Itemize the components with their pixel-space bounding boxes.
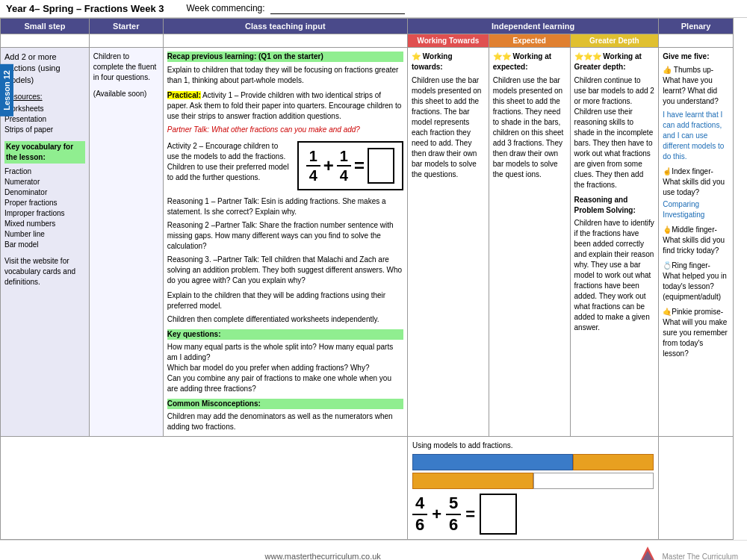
bar-empty-3 [533, 473, 654, 489]
plenary-ring: 💍Ring finger- What helped you in today's… [663, 261, 729, 302]
bottom-plenary-blank [659, 437, 734, 540]
gd-reasoning-label: Reasoning and Problem Solving: [574, 195, 655, 216]
bar-equation: 4 6 + 5 6 = [412, 494, 654, 535]
misconceptions-label: Common Misconceptions: [167, 399, 403, 409]
bar-frac-5-6: 5 6 [446, 494, 461, 535]
key-questions-label: Key questions: [167, 329, 403, 340]
reasoning3: Reasoning 3. –Partner Talk: Tell childre… [167, 255, 403, 286]
activity2-row: Activity 2 – Encourage children to use t… [167, 141, 403, 190]
reasoning2: Reasoning 2 –Partner Talk: Share the fra… [167, 220, 403, 252]
visit-text: Visit the website for vocabulary cards a… [4, 256, 85, 287]
small-step-header: Small step [1, 19, 90, 34]
gd-star-label: ⭐⭐⭐ Working at Greater depth: [574, 52, 655, 72]
gd-text: Children continue to use bar models to a… [574, 75, 655, 190]
logo-icon [636, 545, 659, 560]
page: Year 4– Spring – Fractions Week 3 Week c… [0, 0, 747, 560]
plenary-pinkie: 🤙Pinkie promise- What will you make sure… [663, 307, 729, 359]
plenary-investigating: Investigating [663, 210, 729, 220]
gd-stars: ⭐⭐⭐ [574, 52, 601, 60]
thumb-emoji: 👍 [663, 66, 672, 74]
week-underline [270, 3, 405, 14]
plenary-thumb: 👍 Thumbs up- What have you learnt? What … [663, 65, 729, 107]
misconceptions-text: Children may add the denominators as wel… [167, 411, 403, 432]
working-towards-cell: ⭐ Working towards: Children use the bar … [407, 48, 489, 437]
independent-header: Independent learning [407, 19, 658, 34]
partner-talk1: Partner Talk: What other fractions can y… [167, 125, 403, 135]
main-table: Small step Starter Class teaching input … [0, 18, 734, 540]
small-step-subheader-blank [1, 34, 90, 48]
fraction-equation: 1 4 + 1 4 = [306, 147, 394, 184]
using-models-label: Using models to add fractions. [412, 441, 654, 449]
fraction-answer-box [368, 148, 394, 184]
resource-worksheets: Worksheets [4, 104, 85, 114]
class-teaching-subheader-blank [163, 34, 407, 48]
activity2-text: Activity 2 – Encourage children to use t… [167, 141, 291, 183]
plenary-index: ☝️Index finger- What skills did you use … [663, 167, 729, 198]
starter-main: Children to complete the fluent in four … [93, 52, 159, 83]
class-teaching-cell: Recap previous learning: (Q1 on the star… [163, 48, 407, 437]
para1: Explain to children that today they will… [167, 65, 403, 86]
lesson-sidebar: Lesson 12 [0, 64, 13, 116]
working-towards-subheader: Working Towards [407, 34, 489, 48]
starter-cell: Children to complete the fluent in four … [89, 48, 163, 437]
fraction-1-4-b: 1 4 [337, 147, 351, 184]
bar-orange-3 [412, 473, 533, 489]
vocab-improper: Improper fractions [4, 208, 85, 219]
bottom-left-blank [1, 437, 408, 540]
plenary-subheader-blank [659, 34, 734, 48]
vocab-bar-model: Bar model [4, 240, 85, 250]
bar-orange-2 [573, 454, 654, 470]
exp-stars: ⭐⭐ [493, 52, 511, 60]
footer: www.masterthecurriculum.co.uk Master The… [0, 540, 747, 560]
week-commencing-label: Week commencing: [186, 3, 405, 14]
key-vocab-label: Key vocabulary for the lesson: [4, 141, 85, 164]
fraction-1-4: 1 4 [306, 147, 320, 184]
plenary-learnt: I have learnt that I can add fractions, … [663, 110, 729, 162]
wt-star-label: ⭐ Working towards: [412, 52, 485, 72]
starter-available: (Available soon) [93, 89, 159, 99]
vocab-mixed: Mixed numbers [4, 219, 85, 229]
bar-row-top [412, 454, 654, 470]
sub-headers-row: Working Towards Expected Greater Depth [1, 34, 734, 48]
greater-depth-subheader: Greater Depth [570, 34, 659, 48]
practical-line: Practical: Activity 1 – Provide children… [167, 90, 403, 122]
practical-label: Practical: [167, 91, 201, 99]
plenary-intro: Give me five: [663, 52, 729, 62]
wt-star: ⭐ [412, 52, 421, 60]
expected-subheader: Expected [489, 34, 570, 48]
reasoning1: Reasoning 1 – Partner Talk: Esin is addi… [167, 196, 403, 217]
vocab-number-line: Number line [4, 229, 85, 240]
bar-row-bottom [412, 473, 654, 489]
recap-label: Recap previous learning: (Q1 on the star… [167, 52, 403, 62]
vocab-numerator: Numerator [4, 177, 85, 187]
bar-answer-box [480, 494, 517, 535]
resources-label: Resources: [4, 92, 85, 102]
thumb-text: Thumbs up- What have you learnt? What di… [663, 66, 719, 105]
resource-strips: Strips of paper [4, 125, 85, 135]
greater-depth-cell: ⭐⭐⭐ Working at Greater depth: Children c… [570, 48, 659, 437]
plenary-cell: Give me five: 👍 Thumbs up- What have you… [659, 48, 734, 437]
column-headers-row: Small step Starter Class teaching input … [1, 19, 734, 34]
vocab-denominator: Denominator [4, 187, 85, 198]
wt-text: Children use the bar models presented on… [412, 75, 485, 180]
para3: Children then complete differentiated wo… [167, 314, 403, 325]
body-container: Lesson 12 Small step Starter Class teach… [0, 18, 747, 540]
resource-presentation: Presentation [4, 114, 85, 125]
small-step-cell: Add 2 or more fractions (using models) R… [1, 48, 90, 437]
footer-url: www.masterthecurriculum.co.uk [9, 552, 636, 560]
activity1-text: Activity 1 – Provide children with two i… [167, 91, 402, 120]
starter-subheader-blank [89, 34, 163, 48]
footer-logo: Master The Curriculum [636, 545, 738, 560]
header-title: Year 4– Spring – Fractions Week 3 [6, 3, 164, 14]
plenary-header: Plenary [659, 19, 734, 34]
plenary-middle: 🖕Middle finger- What skills did you find… [663, 225, 729, 256]
bar-frac-4-6: 4 6 [412, 494, 427, 535]
exp-text: Children use the bar models presented on… [493, 75, 566, 180]
plenary-comparing: Comparing [663, 199, 729, 210]
bottom-row: Using models to add fractions. [1, 437, 734, 540]
bar-model-display [412, 454, 654, 489]
class-teaching-header: Class teaching input [163, 19, 407, 34]
key-questions-text: How many equal parts is the whole split … [167, 342, 403, 394]
exp-star-label: ⭐⭐ Working at expected: [493, 52, 566, 72]
vocab-proper: Proper fractions [4, 198, 85, 208]
